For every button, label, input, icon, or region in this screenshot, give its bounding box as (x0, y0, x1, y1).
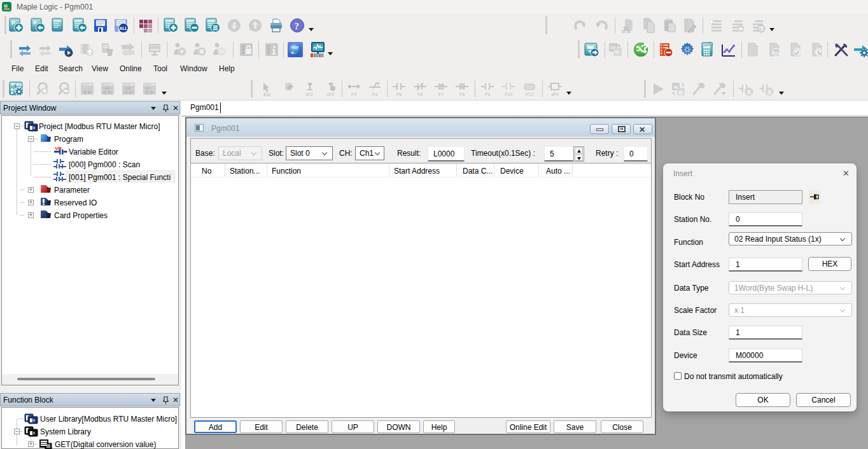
svg-text:F4: F4 (372, 92, 377, 97)
svg-text:F8: F8 (459, 92, 465, 97)
svg-text:F9: F9 (485, 92, 490, 97)
svg-text:F2: F2 (351, 92, 356, 97)
svg-text:XL: XL (615, 50, 620, 54)
svg-text:F5: F5 (396, 92, 402, 97)
svg-text:VR: VR (55, 146, 62, 151)
svg-text:Esc: Esc (263, 92, 271, 97)
svg-text:S: S (767, 89, 771, 95)
svg-text:VAR: VAR (103, 86, 110, 90)
svg-text:ALL: ALL (120, 26, 128, 31)
svg-text:?: ? (295, 21, 300, 31)
svg-text:P: P (11, 20, 15, 26)
svg-text:sF9: sF9 (551, 92, 559, 97)
svg-text:cF2: cF2 (326, 92, 334, 97)
svg-text:F10: F10 (505, 92, 512, 97)
svg-text:P: P (33, 20, 37, 26)
svg-text:M: M (4, 4, 8, 8)
svg-text:CMT: CMT (124, 86, 132, 90)
svg-text:F12: F12 (526, 92, 533, 97)
svg-text:S: S (747, 89, 751, 95)
svg-text:sF2: sF2 (305, 92, 313, 97)
svg-text:D: D (679, 90, 683, 95)
svg-text:VC: VC (145, 86, 150, 90)
svg-text:ALL: ALL (773, 51, 781, 55)
svg-text:LD: LD (11, 84, 17, 88)
svg-text:F6: F6 (417, 92, 423, 97)
svg-text:F7: F7 (438, 92, 444, 97)
